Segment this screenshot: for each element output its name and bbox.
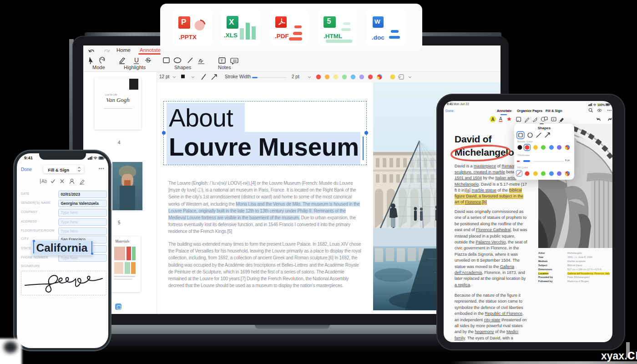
svg-text:100%: 100% bbox=[597, 103, 605, 106]
svg-text:T: T bbox=[553, 118, 555, 121]
svg-text:A: A bbox=[499, 116, 502, 121]
svg-text:A: A bbox=[491, 117, 495, 122]
svg-text:U: U bbox=[134, 56, 139, 64]
svg-text:T: T bbox=[221, 59, 223, 63]
svg-text:Ab: Ab bbox=[41, 179, 47, 184]
